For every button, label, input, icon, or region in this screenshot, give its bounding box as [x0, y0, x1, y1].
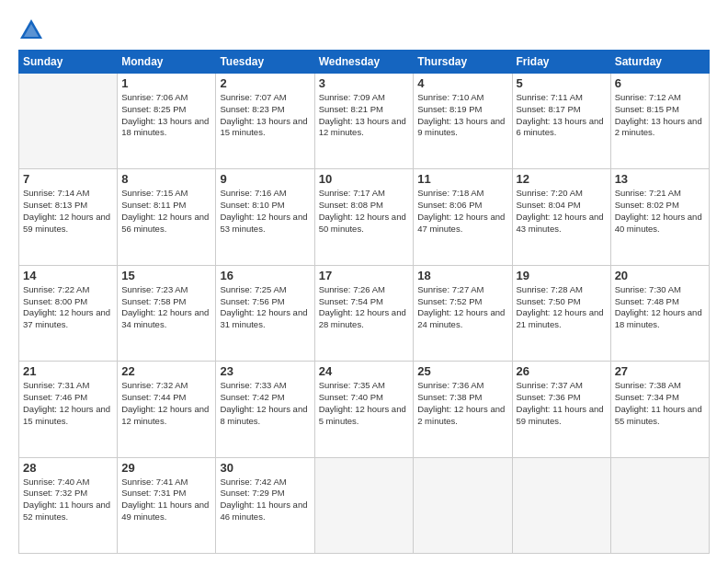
- calendar-cell: 17Sunrise: 7:26 AMSunset: 7:54 PMDayligh…: [314, 265, 414, 361]
- calendar-cell: 19Sunrise: 7:28 AMSunset: 7:50 PMDayligh…: [512, 265, 610, 361]
- day-number: 4: [417, 76, 507, 90]
- day-number: 19: [517, 269, 607, 282]
- calendar-cell: [19, 74, 118, 169]
- day-number: 16: [220, 269, 310, 282]
- day-number: 17: [319, 269, 410, 282]
- day-info: Sunrise: 7:26 AMSunset: 7:54 PMDaylight:…: [319, 284, 410, 331]
- day-info: Sunrise: 7:37 AMSunset: 7:36 PMDaylight:…: [517, 380, 607, 427]
- calendar-cell: 8Sunrise: 7:15 AMSunset: 8:11 PMDaylight…: [118, 169, 216, 265]
- day-info: Sunrise: 7:09 AMSunset: 8:21 PMDaylight:…: [319, 92, 410, 139]
- day-info: Sunrise: 7:32 AMSunset: 7:44 PMDaylight:…: [121, 380, 211, 427]
- day-number: 1: [121, 76, 211, 90]
- day-number: 13: [615, 172, 705, 186]
- weekday-tuesday: Tuesday: [216, 51, 314, 74]
- day-info: Sunrise: 7:31 AMSunset: 7:46 PMDaylight:…: [23, 380, 113, 427]
- calendar-cell: 4Sunrise: 7:10 AMSunset: 8:19 PMDaylight…: [414, 74, 512, 169]
- day-number: 10: [319, 172, 410, 186]
- calendar-cell: [414, 457, 512, 553]
- weekday-friday: Friday: [512, 51, 610, 74]
- day-info: Sunrise: 7:38 AMSunset: 7:34 PMDaylight:…: [615, 380, 705, 427]
- day-number: 29: [121, 461, 211, 475]
- day-number: 6: [615, 76, 705, 90]
- day-info: Sunrise: 7:14 AMSunset: 8:13 PMDaylight:…: [23, 188, 113, 235]
- day-info: Sunrise: 7:25 AMSunset: 7:56 PMDaylight:…: [220, 284, 310, 331]
- weekday-sunday: Sunday: [19, 51, 118, 74]
- logo: [18, 17, 48, 42]
- week-row-2: 7Sunrise: 7:14 AMSunset: 8:13 PMDaylight…: [19, 169, 710, 265]
- calendar-cell: 16Sunrise: 7:25 AMSunset: 7:56 PMDayligh…: [216, 265, 314, 361]
- weekday-monday: Monday: [118, 51, 216, 74]
- day-info: Sunrise: 7:28 AMSunset: 7:50 PMDaylight:…: [517, 284, 607, 331]
- calendar-cell: 14Sunrise: 7:22 AMSunset: 8:00 PMDayligh…: [19, 265, 118, 361]
- calendar-table: SundayMondayTuesdayWednesdayThursdayFrid…: [18, 50, 710, 554]
- day-info: Sunrise: 7:27 AMSunset: 7:52 PMDaylight:…: [417, 284, 507, 331]
- header: [18, 17, 710, 42]
- day-info: Sunrise: 7:07 AMSunset: 8:23 PMDaylight:…: [220, 92, 310, 139]
- day-number: 27: [615, 364, 705, 378]
- day-info: Sunrise: 7:11 AMSunset: 8:17 PMDaylight:…: [517, 92, 607, 139]
- calendar-cell: [512, 457, 610, 553]
- week-row-3: 14Sunrise: 7:22 AMSunset: 8:00 PMDayligh…: [19, 265, 710, 361]
- week-row-4: 21Sunrise: 7:31 AMSunset: 7:46 PMDayligh…: [19, 362, 710, 457]
- day-number: 21: [23, 364, 113, 378]
- day-info: Sunrise: 7:42 AMSunset: 7:29 PMDaylight:…: [220, 477, 310, 523]
- weekday-wednesday: Wednesday: [314, 51, 414, 74]
- day-number: 8: [121, 172, 211, 186]
- day-number: 24: [319, 364, 410, 378]
- calendar-cell: 25Sunrise: 7:36 AMSunset: 7:38 PMDayligh…: [414, 362, 512, 457]
- day-info: Sunrise: 7:33 AMSunset: 7:42 PMDaylight:…: [220, 380, 310, 427]
- calendar-cell: [610, 457, 709, 553]
- calendar-cell: 2Sunrise: 7:07 AMSunset: 8:23 PMDaylight…: [216, 74, 314, 169]
- calendar-cell: 28Sunrise: 7:40 AMSunset: 7:32 PMDayligh…: [19, 457, 118, 553]
- calendar-cell: 21Sunrise: 7:31 AMSunset: 7:46 PMDayligh…: [19, 362, 118, 457]
- calendar-cell: 1Sunrise: 7:06 AMSunset: 8:25 PMDaylight…: [118, 74, 216, 169]
- weekday-saturday: Saturday: [610, 51, 709, 74]
- calendar-cell: 18Sunrise: 7:27 AMSunset: 7:52 PMDayligh…: [414, 265, 512, 361]
- day-info: Sunrise: 7:16 AMSunset: 8:10 PMDaylight:…: [220, 188, 310, 235]
- calendar-cell: 24Sunrise: 7:35 AMSunset: 7:40 PMDayligh…: [314, 362, 414, 457]
- calendar-cell: 23Sunrise: 7:33 AMSunset: 7:42 PMDayligh…: [216, 362, 314, 457]
- calendar-cell: 10Sunrise: 7:17 AMSunset: 8:08 PMDayligh…: [314, 169, 414, 265]
- day-info: Sunrise: 7:17 AMSunset: 8:08 PMDaylight:…: [319, 188, 410, 235]
- calendar-cell: 20Sunrise: 7:30 AMSunset: 7:48 PMDayligh…: [610, 265, 709, 361]
- week-row-1: 1Sunrise: 7:06 AMSunset: 8:25 PMDaylight…: [19, 74, 710, 169]
- day-number: 2: [220, 76, 310, 90]
- day-info: Sunrise: 7:12 AMSunset: 8:15 PMDaylight:…: [615, 92, 705, 139]
- day-number: 22: [121, 364, 211, 378]
- day-number: 11: [417, 172, 507, 186]
- day-number: 26: [517, 364, 607, 378]
- day-info: Sunrise: 7:10 AMSunset: 8:19 PMDaylight:…: [417, 92, 507, 139]
- calendar-cell: 12Sunrise: 7:20 AMSunset: 8:04 PMDayligh…: [512, 169, 610, 265]
- day-info: Sunrise: 7:22 AMSunset: 8:00 PMDaylight:…: [23, 284, 113, 331]
- day-info: Sunrise: 7:30 AMSunset: 7:48 PMDaylight:…: [615, 284, 705, 331]
- calendar-cell: 22Sunrise: 7:32 AMSunset: 7:44 PMDayligh…: [118, 362, 216, 457]
- day-number: 18: [417, 269, 507, 282]
- calendar-cell: 9Sunrise: 7:16 AMSunset: 8:10 PMDaylight…: [216, 169, 314, 265]
- calendar-cell: 15Sunrise: 7:23 AMSunset: 7:58 PMDayligh…: [118, 265, 216, 361]
- day-number: 5: [517, 76, 607, 90]
- day-number: 23: [220, 364, 310, 378]
- day-info: Sunrise: 7:20 AMSunset: 8:04 PMDaylight:…: [517, 188, 607, 235]
- day-info: Sunrise: 7:36 AMSunset: 7:38 PMDaylight:…: [417, 380, 507, 427]
- calendar-cell: 26Sunrise: 7:37 AMSunset: 7:36 PMDayligh…: [512, 362, 610, 457]
- weekday-thursday: Thursday: [414, 51, 512, 74]
- day-info: Sunrise: 7:15 AMSunset: 8:11 PMDaylight:…: [121, 188, 211, 235]
- day-info: Sunrise: 7:21 AMSunset: 8:02 PMDaylight:…: [615, 188, 705, 235]
- calendar-cell: 3Sunrise: 7:09 AMSunset: 8:21 PMDaylight…: [314, 74, 414, 169]
- calendar-cell: 13Sunrise: 7:21 AMSunset: 8:02 PMDayligh…: [610, 169, 709, 265]
- day-info: Sunrise: 7:41 AMSunset: 7:31 PMDaylight:…: [121, 477, 211, 523]
- day-info: Sunrise: 7:23 AMSunset: 7:58 PMDaylight:…: [121, 284, 211, 331]
- day-number: 28: [23, 461, 113, 475]
- weekday-header-row: SundayMondayTuesdayWednesdayThursdayFrid…: [19, 51, 710, 74]
- calendar-cell: 27Sunrise: 7:38 AMSunset: 7:34 PMDayligh…: [610, 362, 709, 457]
- calendar-cell: 11Sunrise: 7:18 AMSunset: 8:06 PMDayligh…: [414, 169, 512, 265]
- calendar-cell: 6Sunrise: 7:12 AMSunset: 8:15 PMDaylight…: [610, 74, 709, 169]
- day-number: 7: [23, 172, 113, 186]
- logo-icon: [18, 17, 44, 42]
- calendar-cell: 7Sunrise: 7:14 AMSunset: 8:13 PMDaylight…: [19, 169, 118, 265]
- day-info: Sunrise: 7:18 AMSunset: 8:06 PMDaylight:…: [417, 188, 507, 235]
- day-number: 20: [615, 269, 705, 282]
- calendar-page: SundayMondayTuesdayWednesdayThursdayFrid…: [0, 0, 728, 563]
- day-number: 9: [220, 172, 310, 186]
- day-number: 30: [220, 461, 310, 475]
